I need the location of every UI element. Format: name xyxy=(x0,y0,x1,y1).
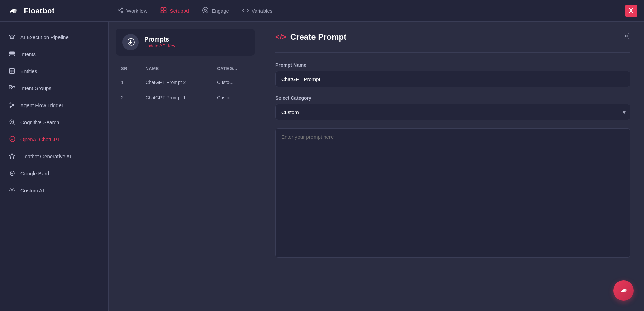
svg-line-35 xyxy=(13,124,15,125)
agent-flow-icon xyxy=(8,101,16,109)
cell-name: ChatGPT Prompt 1 xyxy=(140,90,211,105)
sidebar-item-openai-chatgpt[interactable]: OpenAI ChatGPT xyxy=(0,131,108,148)
pipeline-icon xyxy=(8,33,16,41)
sidebar-item-entities[interactable]: Entities xyxy=(0,63,108,80)
nav-item-workflow[interactable]: Workflow xyxy=(116,5,149,17)
col-name: NAME xyxy=(140,63,211,75)
prompts-card-text: Prompts Update API Key xyxy=(144,36,175,48)
select-category-label: Select Category xyxy=(275,95,630,101)
col-category: CATEG... xyxy=(211,63,255,75)
prompts-card: Prompts Update API Key xyxy=(116,29,255,56)
svg-rect-7 xyxy=(164,7,166,10)
sidebar-label-openai-chatgpt: OpenAI ChatGPT xyxy=(20,136,61,142)
nav-item-setup-ai[interactable]: Setup AI xyxy=(159,5,190,17)
cell-name: ChatGPT Prompt 2 xyxy=(140,75,211,90)
sidebar-label-entities: Entities xyxy=(20,68,37,74)
panel-title-area: </> Create Prompt xyxy=(275,32,346,42)
prompt-name-label: Prompt Name xyxy=(275,62,630,68)
svg-point-31 xyxy=(10,106,11,107)
svg-rect-11 xyxy=(13,35,15,36)
cell-sr: 2 xyxy=(116,90,140,105)
select-category-section: Select Category Custom Predefined ▾ xyxy=(275,95,630,120)
variables-icon xyxy=(242,7,249,15)
panel-header: </> Create Prompt xyxy=(275,32,630,42)
sidebar-item-ai-execution-pipeline[interactable]: AI Execution Pipeline xyxy=(0,29,108,46)
code-brackets-icon: </> xyxy=(275,33,286,42)
center-panel: Prompts Update API Key SR NAME CATEG... … xyxy=(109,22,262,311)
entities-icon xyxy=(8,67,16,75)
svg-point-3 xyxy=(121,11,122,12)
svg-rect-18 xyxy=(10,53,15,54)
svg-rect-6 xyxy=(161,7,164,10)
svg-line-32 xyxy=(11,104,13,105)
sidebar-label-intent-groups: Intent Groups xyxy=(20,85,51,91)
svg-line-4 xyxy=(119,9,122,10)
svg-rect-25 xyxy=(9,88,12,89)
svg-rect-10 xyxy=(10,35,11,36)
svg-rect-19 xyxy=(10,55,15,56)
floatbot-logo-icon xyxy=(7,4,20,18)
sidebar-item-intent-groups[interactable]: Intent Groups xyxy=(0,80,108,97)
nav-links: Workflow Setup AI Engage Variables xyxy=(116,5,625,17)
sidebar: AI Execution Pipeline Intents Entities I… xyxy=(0,22,109,311)
cell-category: Custo... xyxy=(211,90,255,105)
floatbot-gen-icon xyxy=(8,152,16,160)
svg-rect-20 xyxy=(10,69,15,74)
update-api-key-link[interactable]: Update API Key xyxy=(144,43,175,48)
category-select[interactable]: Custom Predefined xyxy=(275,104,630,120)
cell-sr: 1 xyxy=(116,75,140,90)
prompts-card-icon xyxy=(122,34,139,50)
prompt-name-input[interactable] xyxy=(275,71,630,87)
sidebar-item-cognitive-search[interactable]: Cognitive Search xyxy=(0,114,108,131)
nav-workflow-label: Workflow xyxy=(126,8,147,14)
nav-engage-label: Engage xyxy=(211,8,229,14)
svg-point-40 xyxy=(625,35,627,37)
sidebar-label-custom-ai: Custom AI xyxy=(20,187,44,193)
sidebar-label-intents: Intents xyxy=(20,51,36,57)
sidebar-label-ai-execution-pipeline: AI Execution Pipeline xyxy=(20,34,69,40)
col-sr: SR xyxy=(116,63,140,75)
sidebar-item-intents[interactable]: Intents xyxy=(0,46,108,63)
nav-item-engage[interactable]: Engage xyxy=(201,5,231,17)
nav-item-variables[interactable]: Variables xyxy=(241,5,274,17)
intent-groups-icon xyxy=(8,84,16,92)
svg-marker-38 xyxy=(9,153,15,159)
sidebar-item-floatbot-generative-ai[interactable]: Floatbot Generative AI xyxy=(0,148,108,165)
prompt-name-section: Prompt Name xyxy=(275,62,630,87)
prompts-table: SR NAME CATEG... 1 ChatGPT Prompt 2 Cust… xyxy=(116,63,255,105)
cell-category: Custo... xyxy=(211,75,255,90)
sidebar-label-agent-flow-trigger: Agent Flow Trigger xyxy=(20,102,63,108)
svg-rect-9 xyxy=(164,10,166,13)
category-select-wrapper: Custom Predefined ▾ xyxy=(275,104,630,120)
sidebar-label-floatbot-generative-ai: Floatbot Generative AI xyxy=(20,153,71,159)
svg-point-29 xyxy=(10,103,11,104)
prompt-textarea[interactable] xyxy=(275,128,630,258)
table-row[interactable]: 2 ChatGPT Prompt 1 Custo... xyxy=(116,90,255,105)
svg-rect-8 xyxy=(161,10,164,13)
setup-ai-icon xyxy=(160,7,167,15)
svg-point-2 xyxy=(121,8,122,9)
app-name: Floatbot xyxy=(24,6,55,15)
svg-point-30 xyxy=(13,104,14,105)
openai-icon xyxy=(8,135,16,143)
settings-icon[interactable] xyxy=(622,32,630,42)
create-prompt-title: Create Prompt xyxy=(290,32,346,42)
table-row[interactable]: 1 ChatGPT Prompt 2 Custo... xyxy=(116,75,255,90)
sidebar-item-custom-ai[interactable]: Custom AI xyxy=(0,182,108,199)
fab-button[interactable] xyxy=(613,280,634,301)
custom-ai-icon xyxy=(8,186,16,194)
svg-rect-17 xyxy=(10,52,15,53)
sidebar-item-google-bard[interactable]: Google Bard xyxy=(0,165,108,182)
svg-line-5 xyxy=(119,10,122,12)
svg-point-39 xyxy=(11,190,13,191)
nav-setup-ai-label: Setup AI xyxy=(170,8,189,14)
prompt-textarea-section xyxy=(275,128,630,259)
svg-rect-24 xyxy=(9,86,12,87)
main-content: AI Execution Pipeline Intents Entities I… xyxy=(0,22,644,311)
sidebar-label-cognitive-search: Cognitive Search xyxy=(20,119,59,125)
close-button[interactable]: X xyxy=(625,5,637,17)
svg-point-1 xyxy=(118,10,119,11)
sidebar-item-agent-flow-trigger[interactable]: Agent Flow Trigger xyxy=(0,97,108,114)
svg-rect-26 xyxy=(13,87,15,88)
nav-variables-label: Variables xyxy=(252,8,272,14)
